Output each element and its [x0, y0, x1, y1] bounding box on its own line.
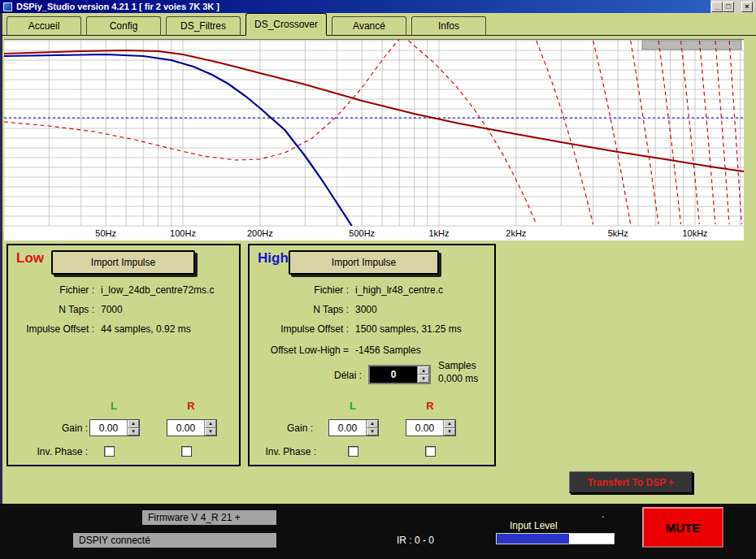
spin-up-button[interactable]: ▲ — [418, 366, 429, 375]
high-panel-title: High — [258, 250, 289, 266]
low-fichier-value: i_low_24db_centre72ms.c — [101, 284, 214, 296]
delai-samples-label: Samples — [438, 360, 476, 371]
connection-status: DSPIY connecté — [73, 533, 276, 548]
low-impulse-offset-value: 44 samples, 0.92 ms — [101, 323, 191, 335]
mute-button[interactable]: MUTE — [642, 507, 723, 548]
svg-text:2kHz: 2kHz — [506, 228, 526, 238]
tab-config[interactable]: Config — [86, 16, 161, 36]
spinner-buttons: ▲ ▼ — [204, 420, 216, 436]
low-ntaps-row: N Taps :7000 — [13, 304, 123, 317]
maximize-button[interactable]: □ — [723, 2, 734, 12]
high-ntaps-label: N Taps : — [254, 304, 349, 315]
transfer-to-dsp-button[interactable]: Transfert To DSP + — [569, 471, 693, 493]
low-panel: Low Import Impulse Fichier :i_low_24db_c… — [7, 244, 241, 466]
tab-ds-crossover[interactable]: DS_Crossover — [245, 13, 327, 36]
high-fichier-label: Fichier : — [254, 284, 349, 296]
minimize-button[interactable]: _ — [711, 2, 723, 12]
low-impulse-offset-label: Impulse Offset : — [13, 323, 94, 335]
low-gain-label: Gain : — [10, 422, 88, 434]
input-level-label: Input Level — [510, 520, 558, 531]
high-ntaps-row: N Taps :3000 — [254, 304, 377, 317]
svg-text:200Hz: 200Hz — [247, 228, 273, 238]
tab-avance[interactable]: Avancé — [332, 16, 406, 36]
svg-text:5kHz: 5kHz — [608, 228, 628, 238]
low-inv-phase-l-checkbox[interactable] — [104, 446, 115, 457]
spin-down-button[interactable]: ▼ — [444, 428, 455, 436]
high-gain-r-spinner[interactable]: 0.00 ▲ ▼ — [406, 419, 456, 436]
spin-up-button[interactable]: ▲ — [205, 420, 216, 428]
window-controls: _ □ × — [710, 0, 756, 13]
high-inv-phase-r-checkbox[interactable] — [425, 446, 436, 457]
high-impulse-offset-value: 1500 samples, 31.25 ms — [355, 323, 462, 335]
titlebar[interactable]: DSPiy_Studio version 4.21 1 [ fir 2 voie… — [0, 0, 756, 13]
high-ntaps-value: 3000 — [355, 304, 377, 315]
spin-down-button[interactable]: ▼ — [128, 428, 139, 436]
spin-up-button[interactable]: ▲ — [444, 420, 455, 428]
low-right-channel-label: R — [181, 400, 201, 412]
high-gain-label: Gain : — [251, 422, 313, 434]
high-gain-r-value[interactable]: 0.00 — [406, 420, 443, 436]
input-level-bar — [496, 533, 615, 544]
high-fichier-value: i_high_lr48_centre.c — [355, 284, 443, 296]
stray-dot: . — [602, 509, 604, 520]
offset-low-high-label: Offset Low-High = — [254, 344, 349, 356]
spin-down-button[interactable]: ▼ — [205, 428, 216, 436]
svg-text:50Hz: 50Hz — [95, 228, 116, 238]
high-right-channel-label: R — [420, 400, 440, 412]
low-gain-l-value[interactable]: 0.00 — [90, 420, 127, 436]
high-left-channel-label: L — [343, 400, 363, 412]
low-ntaps-label: N Taps : — [13, 304, 94, 315]
firmware-status: Firmware V 4_R 21 + — [142, 510, 276, 525]
high-inv-phase-label: Inv. Phase : — [251, 446, 316, 457]
tab-infos[interactable]: Infos — [411, 16, 486, 36]
high-gain-l-value[interactable]: 0.00 — [329, 420, 366, 436]
tab-bar: Accueil Config DS_Filtres DS_Crossover A… — [0, 13, 756, 36]
ir-status: IR : 0 - 0 — [397, 535, 434, 546]
low-panel-title: Low — [16, 250, 44, 266]
spin-up-button[interactable]: ▲ — [367, 420, 378, 428]
high-impulse-offset-label: Impulse Offset : — [254, 323, 349, 335]
spin-up-button[interactable]: ▲ — [128, 420, 139, 428]
high-import-impulse-button[interactable]: Import Impulse — [289, 250, 439, 275]
status-bar: Firmware V 4_R 21 + DSPIY connecté IR : … — [0, 504, 756, 559]
spinner-buttons: ▲ ▼ — [443, 420, 455, 436]
input-level-fill — [497, 534, 569, 544]
app-window: DSPiy_Studio version 4.21 1 [ fir 2 voie… — [0, 0, 756, 559]
delai-spinner[interactable]: 0 ▲ ▼ — [368, 365, 431, 384]
high-gain-l-spinner[interactable]: 0.00 ▲ ▼ — [328, 419, 379, 436]
low-left-channel-label: L — [104, 400, 124, 412]
low-inv-phase-r-checkbox[interactable] — [181, 446, 192, 457]
spinner-buttons: ▲ ▼ — [417, 366, 429, 383]
spin-down-button[interactable]: ▼ — [418, 375, 429, 383]
svg-text:100Hz: 100Hz — [170, 228, 196, 238]
tab-ds-filtres[interactable]: DS_Filtres — [166, 16, 241, 36]
frequency-response-chart: 50Hz100Hz200Hz500Hz1kHz2kHz5kHz10kHz — [4, 39, 744, 240]
high-impulse-offset-row: Impulse Offset :1500 samples, 31.25 ms — [254, 323, 462, 336]
low-gain-r-spinner[interactable]: 0.00 ▲ ▼ — [167, 419, 217, 436]
offset-low-high-row: Offset Low-High =-1456 Samples — [254, 344, 421, 358]
window-title: DSPiy_Studio version 4.21 1 [ fir 2 voie… — [16, 2, 219, 11]
low-gain-l-spinner[interactable]: 0.00 ▲ ▼ — [89, 419, 140, 436]
tab-accueil[interactable]: Accueil — [7, 16, 81, 36]
low-ntaps-value: 7000 — [101, 304, 123, 315]
low-import-impulse-button[interactable]: Import Impulse — [51, 250, 195, 275]
high-inv-phase-l-checkbox[interactable] — [348, 446, 358, 457]
delai-ms-value: 0,000 ms — [438, 373, 478, 384]
svg-text:1kHz: 1kHz — [428, 228, 449, 238]
app-icon — [3, 2, 12, 11]
high-fichier-row: Fichier :i_high_lr48_centre.c — [254, 284, 443, 297]
low-gain-r-value[interactable]: 0.00 — [167, 420, 204, 436]
svg-text:10kHz: 10kHz — [682, 228, 707, 238]
spinner-buttons: ▲ ▼ — [366, 420, 378, 436]
svg-text:500Hz: 500Hz — [349, 228, 375, 238]
high-panel: High Import Impulse Fichier :i_high_lr48… — [248, 244, 496, 466]
delai-label: Délai : — [251, 370, 362, 381]
delai-value[interactable]: 0 — [370, 366, 417, 383]
offset-low-high-value: -1456 Samples — [355, 344, 421, 356]
spin-down-button[interactable]: ▼ — [367, 428, 378, 436]
low-inv-phase-label: Inv. Phase : — [10, 446, 88, 457]
low-impulse-offset-row: Impulse Offset :44 samples, 0.92 ms — [13, 323, 191, 336]
low-fichier-row: Fichier :i_low_24db_centre72ms.c — [13, 284, 214, 297]
close-button[interactable]: × — [741, 2, 753, 12]
chart-canvas: 50Hz100Hz200Hz500Hz1kHz2kHz5kHz10kHz — [4, 39, 744, 240]
